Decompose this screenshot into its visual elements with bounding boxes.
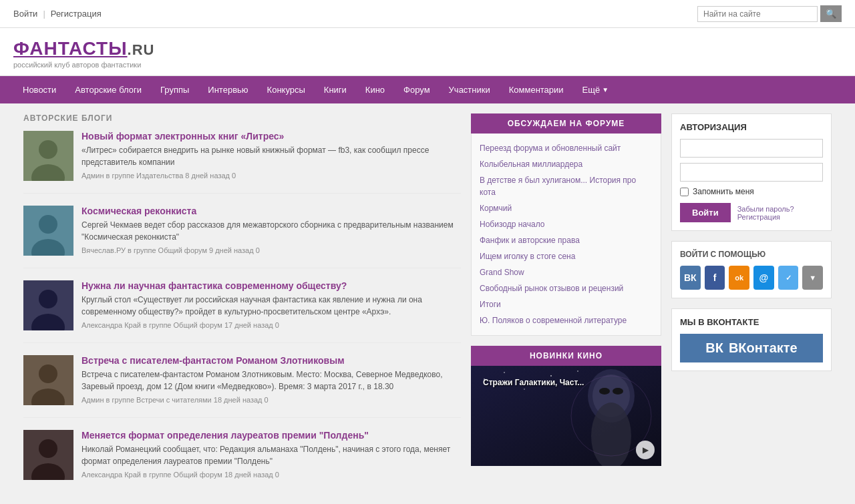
blog-item: Встреча с писателем-фантастом Романом Зл…	[23, 355, 461, 418]
forum-link[interactable]: Ищем иголку в стоге сена	[480, 248, 653, 264]
avatar	[23, 430, 73, 480]
forum-link[interactable]: Grand Show	[480, 264, 653, 280]
logo-text: ФАНТАСТЫ.RU	[13, 38, 842, 59]
forum-box: ОБСУЖДАЕМ НА ФОРУМЕ Переезд форума и обн…	[471, 113, 661, 336]
forum-link[interactable]: Кормчий	[480, 200, 653, 216]
username-input[interactable]	[680, 139, 823, 158]
blog-meta: Александра Край в группе Общий форум 17 …	[81, 321, 461, 329]
blog-excerpt: «Литрес» собирается внедрить на рынке но…	[81, 144, 461, 168]
social-login-box: ВОЙТИ С ПОМОЩЬЮ ВК f ok @ ✓ ▼	[671, 241, 832, 298]
vk-subscribe-button[interactable]: ВК ВКонтакте	[680, 334, 823, 362]
blog-content: Меняется формат определения лауреатов пр…	[81, 430, 461, 480]
login-link[interactable]: Войти	[13, 9, 37, 19]
search-box: 🔍	[697, 5, 842, 22]
avatar	[23, 206, 73, 256]
remember-me-row: Запомнить меня	[680, 187, 823, 196]
blog-title[interactable]: Встреча с писателем-фантастом Романом Зл…	[81, 355, 461, 366]
facebook-login-button[interactable]: f	[705, 266, 725, 290]
blog-item: Новый формат электронных книг «Литрес» «…	[23, 131, 461, 194]
forgot-password-link[interactable]: Забыли пароль?	[737, 205, 794, 213]
svg-point-1	[39, 140, 57, 159]
vk-widget: МЫ В ВКОНТАКТЕ ВК ВКонтакте	[671, 308, 832, 371]
nav-interviews[interactable]: Интервью	[198, 76, 257, 103]
svg-point-13	[39, 439, 57, 458]
blog-meta: Вячеслав.РУ в группе Общий форум 9 дней …	[81, 246, 461, 254]
social-icons: ВК f ok @ ✓ ▼	[680, 266, 823, 290]
auth-links: Забыли пароль? Регистрация	[737, 205, 794, 221]
register-link-auth[interactable]: Регистрация	[737, 213, 794, 221]
cinema-box: НОВИНКИ КИНО	[471, 346, 661, 466]
cinema-movie-title: Стражи Галактики, Част...	[476, 371, 590, 394]
blog-item: Меняется формат определения лауреатов пр…	[23, 430, 461, 492]
remember-me-label: Запомнить меня	[693, 187, 754, 196]
nav-comments[interactable]: Комментарии	[500, 76, 573, 103]
left-column: АВТОРСКИЕ БЛОГИ Новый формат электронных…	[23, 113, 461, 504]
forum-link[interactable]: Переезд форума и обновленный сайт	[480, 140, 653, 156]
logo-subtitle: российский клуб авторов фантастики	[13, 61, 842, 69]
ok-login-button[interactable]: ok	[729, 266, 749, 290]
content-wrapper: АВТОРСКИЕ БЛОГИ Новый формат электронных…	[13, 103, 842, 504]
forum-link[interactable]: Колыбельная миллиардера	[480, 156, 653, 172]
auth-title: АВТОРИЗАЦИЯ	[680, 122, 823, 132]
blog-excerpt: Николай Романецкий сообщает, что: Редакц…	[81, 443, 461, 467]
forum-link[interactable]: Фанфик и авторские права	[480, 232, 653, 248]
middle-column: ОБСУЖДАЕМ НА ФОРУМЕ Переезд форума и обн…	[471, 113, 661, 504]
vk-login-button[interactable]: ВК	[680, 266, 701, 290]
avatar	[23, 280, 73, 330]
main-nav: Новости Авторские блоги Группы Интервью …	[0, 76, 855, 103]
blog-meta: Александра Край в группе Общий форум 18 …	[81, 471, 461, 479]
nav-news[interactable]: Новости	[13, 76, 65, 103]
forum-link[interactable]: Нобизодр начало	[480, 216, 653, 232]
vk-icon: ВК	[705, 340, 723, 356]
avatar-image	[23, 280, 73, 330]
vk-widget-title: МЫ В ВКОНТАКТЕ	[680, 317, 823, 327]
social-title: ВОЙТИ С ПОМОЩЬЮ	[680, 250, 823, 259]
avatar-image	[23, 430, 73, 480]
play-button[interactable]: ▶	[636, 441, 655, 459]
top-bar: Войти | Регистрация 🔍	[0, 0, 855, 28]
forum-box-title: ОБСУЖДАЕМ НА ФОРУМЕ	[471, 113, 661, 134]
nav-members[interactable]: Участники	[440, 76, 500, 103]
blog-title[interactable]: Новый формат электронных книг «Литрес»	[81, 131, 461, 142]
remember-me-checkbox[interactable]	[680, 188, 689, 196]
blogs-section-title: АВТОРСКИЕ БЛОГИ	[23, 113, 461, 123]
nav-books[interactable]: Книги	[315, 76, 356, 103]
nav-blogs[interactable]: Авторские блоги	[65, 76, 151, 103]
vk-subscribe-label: ВКонтакте	[729, 340, 798, 356]
auth-actions: Войти Забыли пароль? Регистрация	[680, 203, 823, 222]
forum-link[interactable]: Итоги	[480, 296, 653, 312]
avatar-image	[23, 355, 73, 405]
svg-point-10	[39, 364, 57, 383]
svg-point-7	[39, 290, 57, 308]
nav-groups[interactable]: Группы	[151, 76, 198, 103]
cinema-thumb[interactable]: Стражи Галактики, Част... ▶	[471, 366, 661, 466]
blog-content: Космическая реконкиста Сергей Чекмаев ве…	[81, 206, 461, 256]
logo-main: ФАНТАСТЫ	[13, 38, 128, 59]
site-logo: ФАНТАСТЫ.RU российский клуб авторов фант…	[13, 38, 842, 69]
search-input[interactable]	[697, 6, 818, 22]
forum-link[interactable]: Ю. Поляков о современной литературе	[480, 312, 653, 328]
site-header: ФАНТАСТЫ.RU российский клуб авторов фант…	[0, 28, 855, 76]
blog-excerpt: Круглый стол «Существует ли российская н…	[81, 294, 461, 318]
forum-link[interactable]: Свободный рынок отзывов и рецензий	[480, 280, 653, 296]
mail-login-button[interactable]: @	[753, 266, 774, 290]
nav-forum[interactable]: Форум	[394, 76, 440, 103]
auth-box: АВТОРИЗАЦИЯ Запомнить меня Войти Забыли …	[671, 113, 832, 231]
register-link[interactable]: Регистрация	[51, 9, 102, 19]
blog-title[interactable]: Меняется формат определения лауреатов пр…	[81, 430, 461, 441]
avatar	[23, 131, 73, 181]
blog-title[interactable]: Нужна ли научная фантастика современному…	[81, 280, 461, 291]
more-social-button[interactable]: ▼	[802, 266, 823, 290]
nav-more[interactable]: Ещё ▼	[573, 76, 619, 103]
nav-contests[interactable]: Конкурсы	[258, 76, 315, 103]
forum-link[interactable]: В детстве я был хулиганом... История про…	[480, 172, 653, 200]
nav-cinema[interactable]: Кино	[356, 76, 394, 103]
top-bar-links: Войти | Регистрация	[13, 9, 102, 19]
twitter-login-button[interactable]: ✓	[778, 266, 799, 290]
password-input[interactable]	[680, 163, 823, 182]
blog-excerpt: Сергей Чекмаев ведет сбор рассказов для …	[81, 219, 461, 243]
blog-title[interactable]: Космическая реконкиста	[81, 206, 461, 216]
login-button[interactable]: Войти	[680, 203, 731, 222]
search-button[interactable]: 🔍	[820, 5, 842, 22]
blog-excerpt: Встреча с писателем-фантастом Романом Зл…	[81, 368, 461, 393]
